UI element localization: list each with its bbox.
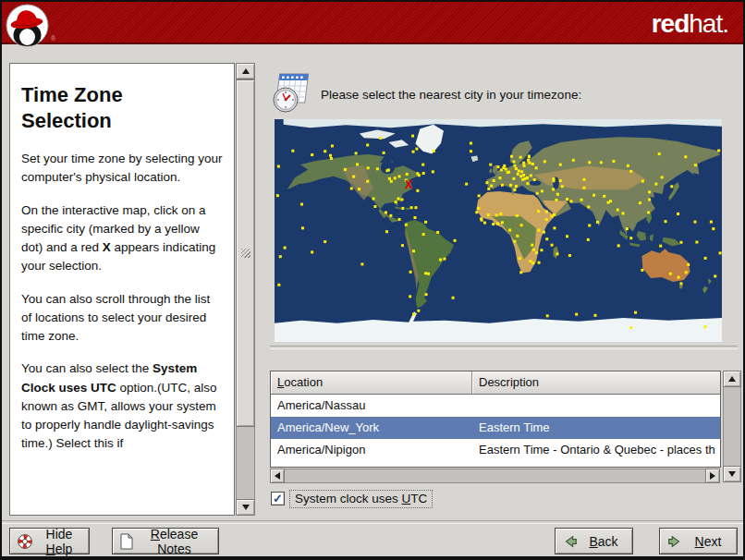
city-dot[interactable] — [385, 230, 388, 233]
city-dot[interactable] — [553, 213, 556, 216]
city-dot[interactable] — [569, 200, 572, 202]
city-dot[interactable] — [417, 310, 420, 312]
city-dot[interactable] — [398, 175, 401, 177]
city-dot[interactable] — [412, 250, 415, 252]
city-dot[interactable] — [612, 160, 615, 163]
city-dot[interactable] — [355, 152, 358, 154]
city-dot[interactable] — [470, 150, 472, 152]
city-dot[interactable] — [516, 214, 519, 217]
city-dot[interactable] — [421, 164, 424, 166]
city-dot[interactable] — [513, 164, 516, 167]
city-dot[interactable] — [477, 207, 480, 210]
city-dot[interactable] — [485, 181, 488, 184]
column-header-location[interactable]: Location — [271, 371, 472, 395]
city-dot[interactable] — [670, 185, 673, 188]
column-header-description[interactable]: Description — [472, 371, 720, 395]
city-dot[interactable] — [483, 222, 486, 225]
city-dot[interactable] — [394, 177, 397, 179]
city-dot[interactable] — [489, 164, 492, 166]
city-dot[interactable] — [410, 206, 413, 209]
table-row[interactable]: America/NipigonEastern Time - Ontario & … — [271, 439, 720, 461]
city-dot[interactable] — [536, 192, 539, 195]
city-dot[interactable] — [412, 313, 415, 316]
city-dot[interactable] — [350, 187, 353, 189]
city-dot[interactable] — [520, 170, 523, 173]
city-dot[interactable] — [416, 172, 419, 175]
release-notes-button[interactable]: Release Notes — [112, 528, 219, 554]
city-dot[interactable] — [531, 244, 533, 247]
city-dot[interactable] — [695, 241, 698, 244]
city-dot[interactable] — [596, 221, 599, 224]
city-dot[interactable] — [522, 162, 525, 164]
city-dot[interactable] — [513, 189, 516, 191]
table-hscrollbar[interactable] — [270, 469, 720, 483]
table-scroll-down-button[interactable] — [723, 466, 741, 482]
city-dot[interactable] — [529, 260, 531, 262]
city-dot[interactable] — [498, 177, 501, 179]
city-dot[interactable] — [704, 325, 707, 328]
city-dot[interactable] — [519, 257, 521, 260]
city-dot[interactable] — [505, 167, 507, 170]
city-dot[interactable] — [518, 169, 520, 172]
city-dot[interactable] — [422, 233, 425, 236]
city-dot[interactable] — [568, 254, 571, 257]
city-dot[interactable] — [617, 209, 619, 212]
city-dot[interactable] — [424, 272, 427, 274]
city-dot[interactable] — [443, 258, 446, 261]
city-dot[interactable] — [594, 314, 597, 317]
city-dot[interactable] — [470, 142, 472, 145]
city-dot[interactable] — [641, 269, 643, 272]
city-dot[interactable] — [433, 150, 435, 152]
city-dot[interactable] — [679, 282, 682, 285]
city-dot[interactable] — [679, 241, 682, 244]
table-scroll-right-button[interactable] — [705, 469, 720, 483]
city-dot[interactable] — [629, 170, 632, 173]
city-dot[interactable] — [572, 159, 575, 162]
city-dot[interactable] — [665, 220, 667, 223]
city-dot[interactable] — [509, 184, 512, 187]
city-dot[interactable] — [516, 235, 519, 237]
city-dot[interactable] — [641, 180, 644, 183]
city-dot[interactable] — [519, 156, 522, 159]
city-dot[interactable] — [603, 195, 605, 198]
city-dot[interactable] — [389, 214, 392, 217]
city-dot[interactable] — [465, 183, 468, 186]
city-dot[interactable] — [648, 199, 651, 201]
help-scrollbar-thumb[interactable] — [236, 79, 255, 427]
city-dot[interactable] — [501, 184, 504, 187]
city-dot[interactable] — [520, 224, 523, 226]
city-dot[interactable] — [395, 201, 397, 203]
city-dot[interactable] — [556, 252, 558, 255]
city-dot[interactable] — [575, 313, 578, 316]
city-dot[interactable] — [592, 194, 595, 197]
city-dot[interactable] — [588, 161, 591, 164]
city-dot[interactable] — [495, 213, 498, 216]
city-dot[interactable] — [543, 231, 545, 234]
city-dot[interactable] — [344, 168, 347, 171]
city-dot[interactable] — [710, 221, 713, 224]
city-dot[interactable] — [401, 244, 404, 247]
city-dot[interactable] — [627, 164, 629, 167]
city-dot[interactable] — [531, 262, 534, 264]
city-dot[interactable] — [626, 227, 629, 230]
city-dot[interactable] — [366, 180, 369, 183]
city-dot[interactable] — [543, 160, 546, 163]
city-dot[interactable] — [412, 151, 415, 153]
city-dot[interactable] — [717, 149, 720, 152]
city-dot[interactable] — [545, 211, 548, 213]
city-dot[interactable] — [537, 210, 540, 213]
city-dot[interactable] — [538, 229, 541, 232]
city-dot[interactable] — [552, 188, 555, 190]
city-dot[interactable] — [388, 177, 391, 180]
city-dot[interactable] — [523, 164, 526, 167]
city-dot[interactable] — [372, 198, 374, 201]
city-dot[interactable] — [517, 173, 519, 176]
city-dot[interactable] — [427, 273, 430, 275]
city-dot[interactable] — [409, 271, 412, 274]
city-dot[interactable] — [538, 262, 541, 264]
city-dot[interactable] — [712, 227, 714, 230]
city-dot[interactable] — [521, 178, 524, 181]
city-dot[interactable] — [566, 198, 568, 201]
city-dot[interactable] — [432, 170, 434, 173]
city-dot[interactable] — [556, 193, 559, 196]
